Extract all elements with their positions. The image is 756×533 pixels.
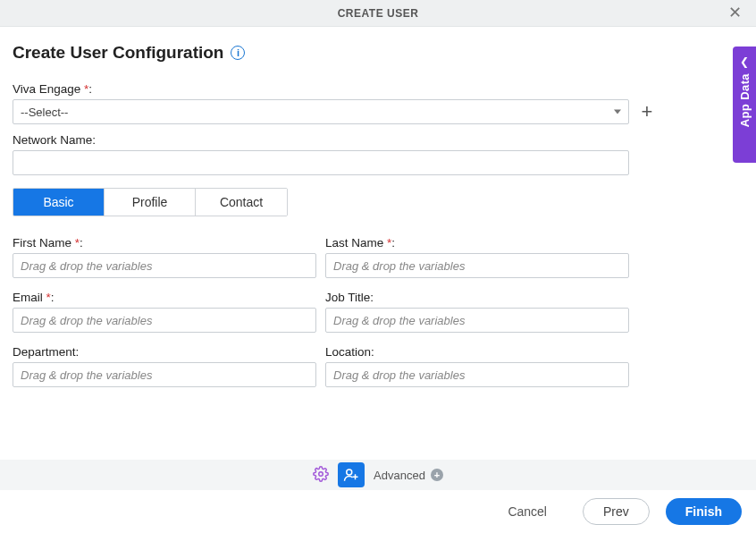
modal-header: CREATE USER ✕: [0, 0, 756, 27]
job-title-input[interactable]: [325, 308, 629, 333]
first-name-input[interactable]: [13, 253, 316, 278]
advanced-toggle[interactable]: Advanced +: [374, 469, 443, 482]
svg-point-0: [319, 471, 323, 476]
viva-engage-label: Viva Engage *:: [13, 82, 743, 96]
location-input[interactable]: [325, 362, 629, 387]
add-connection-icon[interactable]: +: [638, 103, 656, 121]
last-name-label: Last Name *:: [325, 236, 629, 250]
svg-point-1: [347, 470, 352, 475]
tab-contact[interactable]: Contact: [196, 189, 287, 216]
info-icon[interactable]: i: [231, 46, 245, 60]
page-title: Create User Configuration: [13, 43, 223, 63]
tab-profile[interactable]: Profile: [105, 189, 196, 216]
user-add-icon[interactable]: [338, 462, 365, 487]
gear-icon[interactable]: [313, 466, 329, 485]
location-label: Location:: [325, 345, 629, 359]
cancel-button[interactable]: Cancel: [488, 498, 567, 525]
basic-form-grid: First Name *: Last Name *: Email *: Job …: [13, 236, 743, 387]
bottom-toolbar: Advanced +: [0, 460, 756, 490]
finish-button[interactable]: Finish: [666, 498, 742, 525]
modal-title: CREATE USER: [338, 7, 419, 20]
prev-button[interactable]: Prev: [583, 498, 650, 525]
tab-basic[interactable]: Basic: [13, 189, 105, 216]
job-title-label: Job Title:: [325, 291, 629, 304]
last-name-input[interactable]: [325, 253, 629, 278]
email-input[interactable]: [13, 308, 316, 333]
advanced-label: Advanced: [374, 469, 425, 482]
department-input[interactable]: [13, 362, 316, 387]
tab-bar: Basic Profile Contact: [13, 188, 288, 216]
viva-engage-select[interactable]: --Select--: [13, 99, 629, 124]
email-label: Email *:: [13, 291, 316, 304]
department-label: Department:: [13, 345, 316, 359]
close-icon[interactable]: ✕: [728, 4, 742, 21]
network-name-label: Network Name:: [13, 133, 743, 147]
network-name-input[interactable]: [13, 150, 629, 175]
footer-actions: Cancel Prev Finish: [0, 490, 756, 533]
circle-plus-icon: +: [431, 469, 443, 481]
first-name-label: First Name *:: [13, 236, 316, 250]
